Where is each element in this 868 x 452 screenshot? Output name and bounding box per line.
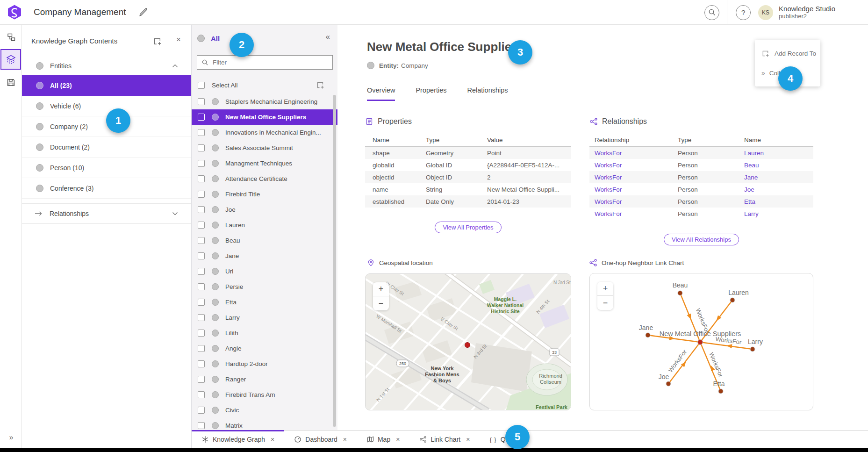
item-checkbox[interactable] — [198, 237, 205, 244]
item-checkbox[interactable] — [198, 330, 205, 337]
entity-link[interactable]: Larry — [744, 210, 805, 217]
save-button[interactable] — [3, 74, 19, 90]
list-item[interactable]: Larry — [192, 310, 337, 325]
item-checkbox[interactable] — [198, 129, 205, 136]
list-item[interactable]: Beau — [192, 233, 337, 248]
relationship-link[interactable]: WorksFor — [589, 186, 678, 193]
list-item[interactable]: Ranger — [192, 372, 337, 387]
item-checkbox[interactable] — [198, 98, 205, 105]
zoom-in-button[interactable]: + — [597, 282, 613, 296]
entity-link[interactable]: Lauren — [744, 150, 805, 157]
search-button[interactable] — [704, 5, 719, 20]
list-item[interactable]: Persie — [192, 279, 337, 294]
zoom-in-button[interactable]: + — [373, 282, 389, 296]
zoom-out-button[interactable]: − — [597, 296, 613, 310]
list-item[interactable]: Firebird Title — [192, 187, 337, 202]
table-row[interactable]: shapeGeometryPoint — [365, 147, 571, 159]
item-checkbox[interactable] — [198, 144, 205, 151]
list-item[interactable]: Staplers Mechanical Engineering — [192, 94, 337, 109]
item-checkbox[interactable] — [198, 360, 205, 367]
item-checkbox[interactable] — [198, 407, 205, 414]
close-tab-icon[interactable]: × — [396, 436, 400, 443]
item-checkbox[interactable] — [198, 206, 205, 213]
entity-type-document[interactable]: Document (2) — [22, 137, 191, 158]
list-item[interactable]: Etta — [192, 294, 337, 310]
item-checkbox[interactable] — [198, 391, 205, 398]
entity-type-conference[interactable]: Conference (3) — [22, 178, 191, 199]
table-row[interactable]: WorksForPersonLarry — [589, 208, 813, 220]
list-item[interactable]: Angie — [192, 341, 337, 356]
item-checkbox[interactable] — [198, 114, 205, 121]
relationship-link[interactable]: WorksFor — [589, 150, 678, 157]
close-panel-button[interactable]: × — [176, 35, 181, 44]
item-checkbox[interactable] — [198, 268, 205, 275]
table-row[interactable]: globalidGlobal ID{A228944F-0EF5-412A-... — [365, 159, 571, 171]
list-item[interactable]: Civic — [192, 402, 337, 418]
close-tab-icon[interactable]: × — [343, 436, 347, 443]
entities-group-header[interactable]: Entities — [22, 57, 191, 75]
add-record-button[interactable] — [316, 81, 324, 89]
add-record-button[interactable] — [153, 37, 162, 46]
list-item-selected[interactable]: New Metal Office Suppliers — [192, 109, 337, 125]
expand-rail-button[interactable]: » — [0, 433, 22, 442]
item-checkbox[interactable] — [198, 252, 205, 259]
list-item[interactable]: Hardtop 2-door — [192, 356, 337, 372]
table-row[interactable]: WorksForPersonEtta — [589, 195, 813, 208]
table-row[interactable]: nameStringNew Metal Office Suppli... — [365, 183, 571, 195]
entity-link[interactable]: Beau — [744, 162, 805, 169]
item-checkbox[interactable] — [198, 422, 205, 429]
list-item[interactable]: Matrix — [192, 418, 337, 430]
table-row[interactable]: WorksForPersonBeau — [589, 159, 813, 171]
scrollbar[interactable] — [333, 95, 336, 427]
select-all-checkbox[interactable] — [198, 82, 205, 89]
item-checkbox[interactable] — [198, 191, 205, 198]
edit-title-icon[interactable] — [138, 7, 149, 17]
relationship-link[interactable]: WorksFor — [589, 210, 678, 217]
list-item[interactable]: Managment Techniques — [192, 156, 337, 171]
list-item[interactable]: Sales Associate Summit — [192, 140, 337, 156]
close-tab-icon[interactable]: × — [466, 436, 470, 443]
app-logo-icon[interactable] — [7, 4, 22, 20]
one-hop-link-chart[interactable]: + − — [589, 273, 813, 410]
zoom-out-button[interactable]: − — [373, 296, 389, 310]
list-item[interactable]: Innovations in Mechanical Engin... — [192, 125, 337, 140]
list-item[interactable]: Lilith — [192, 325, 337, 341]
list-item[interactable]: Jane — [192, 248, 337, 264]
table-row[interactable]: objectidObject ID2 — [365, 171, 571, 183]
list-item[interactable]: Lauren — [192, 217, 337, 233]
entity-type-vehicle[interactable]: Vehicle (6) — [22, 96, 191, 116]
collapse-panel-button[interactable]: « — [326, 32, 330, 42]
relationship-link[interactable]: WorksFor — [589, 162, 678, 169]
table-row[interactable]: WorksForPersonJoe — [589, 183, 813, 195]
list-item[interactable]: Firebird Trans Am — [192, 387, 337, 402]
tab-map[interactable]: Map × — [357, 430, 409, 448]
view-all-properties-button[interactable]: View All Properties — [435, 222, 501, 233]
relationship-link[interactable]: WorksFor — [589, 174, 678, 181]
item-checkbox[interactable] — [198, 314, 205, 321]
geospatial-map[interactable]: + − — [365, 273, 571, 410]
relationship-link[interactable]: WorksFor — [589, 198, 678, 205]
menu-item-add-record-to[interactable]: Add Record To — [755, 43, 820, 63]
item-checkbox[interactable] — [198, 299, 205, 306]
item-checkbox[interactable] — [198, 345, 205, 352]
item-checkbox[interactable] — [198, 175, 205, 182]
tab-knowledge-graph[interactable]: Knowledge Graph × — [192, 430, 284, 448]
item-checkbox[interactable] — [198, 222, 205, 229]
user-block[interactable]: Knowledge Studio publisher2 — [779, 5, 835, 20]
data-model-button[interactable] — [3, 29, 19, 45]
list-item[interactable]: Uri — [192, 264, 337, 279]
item-checkbox[interactable] — [198, 160, 205, 167]
entity-type-all[interactable]: All (23) — [22, 75, 191, 96]
table-row[interactable]: WorksForPersonLauren — [589, 147, 813, 159]
view-all-relationships-button[interactable]: View All Relationships — [664, 234, 739, 245]
list-item[interactable]: Attendance Certificate — [192, 171, 337, 187]
entity-link[interactable]: Jane — [744, 174, 805, 181]
table-row[interactable]: establishedDate Only2014-01-23 — [365, 195, 571, 208]
filter-input[interactable] — [213, 59, 332, 66]
tab-link-chart[interactable]: Link Chart × — [409, 430, 480, 448]
close-tab-icon[interactable]: × — [271, 436, 274, 443]
tab-relationships[interactable]: Relationships — [467, 86, 508, 101]
contents-layers-button[interactable] — [0, 49, 21, 70]
avatar[interactable]: KS — [758, 5, 773, 20]
tab-properties[interactable]: Properties — [416, 86, 446, 101]
